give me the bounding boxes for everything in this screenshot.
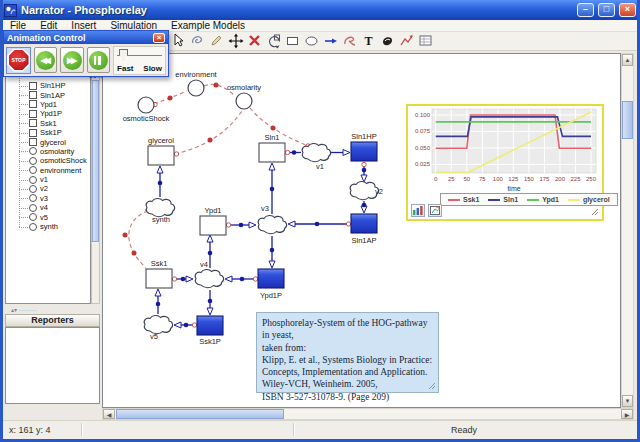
scroll-right-arrow[interactable]: ▶	[621, 409, 633, 419]
node-Ypd1[interactable]	[200, 216, 226, 235]
control-arc[interactable]	[129, 211, 148, 268]
transition-node-icon[interactable]	[29, 176, 37, 184]
control-arc-dot[interactable]	[123, 233, 128, 238]
reporters-header[interactable]: Reporters	[5, 314, 100, 327]
arc-anchor[interactable]	[226, 223, 230, 227]
control-arc-dot[interactable]	[132, 251, 137, 256]
tree-item-synth[interactable]: synth	[6, 222, 90, 231]
sidebar-splitter[interactable]: ▴▾ ·········	[5, 305, 100, 313]
checkbox-icon[interactable]	[29, 82, 37, 90]
transition-node-icon[interactable]	[29, 185, 37, 193]
delete-icon[interactable]	[247, 33, 263, 49]
dialog-title-bar[interactable]: Animation Control ×	[4, 31, 168, 44]
pointer-icon[interactable]	[171, 33, 187, 49]
arc-midpoint-dot[interactable]	[315, 222, 320, 227]
arc-anchor[interactable]	[362, 162, 366, 166]
arc-midpoint-dot[interactable]	[240, 277, 245, 282]
rotate-icon[interactable]	[266, 33, 282, 49]
arc-midpoint-dot[interactable]	[208, 299, 213, 304]
dialog-close-button[interactable]: ×	[153, 33, 165, 43]
checkbox-icon[interactable]	[29, 119, 37, 127]
checkbox-icon[interactable]	[29, 129, 37, 137]
transition-node-icon[interactable]	[29, 166, 37, 174]
tree-item-glycerol[interactable]: glycerol	[6, 137, 90, 146]
scroll-left-arrow[interactable]: ◀	[103, 409, 115, 419]
arc-midpoint-dot[interactable]	[181, 277, 186, 282]
tree-item-Ssk1[interactable]: Ssk1	[6, 119, 90, 128]
arc-midpoint-dot[interactable]	[362, 168, 367, 173]
note-resize-handle[interactable]	[428, 382, 436, 390]
pencil-icon[interactable]	[209, 33, 225, 49]
tree-item-v5[interactable]: v5	[6, 212, 90, 221]
arc-anchor[interactable]	[346, 222, 350, 226]
arc-midpoint-dot[interactable]	[362, 203, 367, 208]
text-icon[interactable]: T	[361, 33, 377, 49]
control-arc-dot[interactable]	[214, 83, 219, 88]
chart-icon[interactable]	[399, 33, 415, 49]
ink-icon[interactable]	[380, 33, 396, 49]
checkbox-icon[interactable]	[29, 138, 37, 146]
transition-node-icon[interactable]	[29, 194, 37, 202]
stop-button[interactable]: STOP	[6, 47, 31, 74]
tree-item-osmoticShock[interactable]: osmoticShock	[6, 156, 90, 165]
node-environment[interactable]	[188, 80, 204, 96]
transition-node-icon[interactable]	[29, 223, 37, 231]
pause-button[interactable]	[87, 47, 110, 73]
control-arc-dot[interactable]	[208, 138, 213, 143]
tree-scrollbar[interactable]	[91, 53, 100, 304]
species-tree[interactable]: Sln1HPSln1APYpd1Ypd1PSsk1Ssk1Pglycerolos…	[5, 53, 91, 304]
tree-item-environment[interactable]: environment	[6, 166, 90, 175]
transition-node-icon[interactable]	[29, 147, 37, 155]
animation-control-dialog[interactable]: Animation Control × STOP ◀◀ ▶▶ Fast	[3, 30, 169, 77]
arc-anchor[interactable]	[285, 150, 289, 154]
arc-midpoint-dot[interactable]	[158, 181, 163, 186]
scroll-down-arrow[interactable]: ▼	[622, 395, 633, 407]
node-Sln1AP[interactable]	[351, 214, 377, 233]
node-Ssk1P[interactable]	[197, 316, 223, 335]
node-v3[interactable]	[258, 216, 286, 234]
arc-midpoint-dot[interactable]	[208, 251, 213, 256]
tree-item-osmolarity[interactable]: osmolarity	[6, 147, 90, 156]
canvas-horizontal-scrollbar[interactable]: ◀ ▶	[102, 408, 634, 420]
checkbox-icon[interactable]	[29, 100, 37, 108]
arc-anchor[interactable]	[253, 277, 257, 281]
tree-item-Ssk1P[interactable]: Ssk1P	[6, 128, 90, 137]
node-v4[interactable]	[195, 270, 223, 288]
minimize-button[interactable]: –	[577, 3, 594, 17]
checkbox-icon[interactable]	[29, 110, 37, 118]
menu-example-models[interactable]: Example Models	[164, 20, 252, 31]
tree-item-v2[interactable]: v2	[6, 184, 90, 193]
arc-midpoint-dot[interactable]	[239, 223, 244, 228]
table-icon[interactable]	[418, 33, 434, 49]
node-Sln1HP[interactable]	[351, 142, 377, 161]
node-v1[interactable]	[302, 144, 330, 162]
horizontal-scroll-thumb[interactable]	[116, 409, 284, 419]
canvas-vertical-scrollbar[interactable]: ▲ ▼	[621, 53, 634, 408]
rewind-button[interactable]: ◀◀	[34, 47, 57, 73]
simulation-chart-panel[interactable]: 02550751001251501752002252500.0250.0500.…	[406, 104, 604, 221]
scroll-up-arrow[interactable]: ▲	[622, 54, 633, 66]
arc-anchor[interactable]	[174, 152, 178, 156]
arc-midpoint-dot[interactable]	[270, 248, 275, 253]
chart-export-button[interactable]	[411, 204, 425, 217]
transition-node-icon[interactable]	[29, 204, 37, 212]
arc-midpoint-dot[interactable]	[156, 302, 161, 307]
node-Ypd1P[interactable]	[258, 269, 284, 288]
arrow-icon[interactable]	[323, 33, 339, 49]
control-arc-dot[interactable]	[271, 126, 276, 131]
tree-item-v4[interactable]: v4	[6, 203, 90, 212]
reporters-panel[interactable]	[5, 327, 100, 404]
node-osmolarity[interactable]	[236, 93, 252, 109]
citation-note[interactable]: Phosphorelay-System of the HOG-pathway i…	[256, 312, 439, 393]
arc-anchor[interactable]	[192, 323, 196, 327]
tree-item-v3[interactable]: v3	[6, 194, 90, 203]
transition-node-icon[interactable]	[29, 157, 37, 165]
arc-midpoint-dot[interactable]	[184, 323, 189, 328]
arc-midpoint-dot[interactable]	[270, 187, 275, 192]
tree-item-Sln1HP[interactable]: Sln1HP	[6, 81, 90, 90]
control-arc-dot[interactable]	[168, 96, 173, 101]
node-osmoticShock[interactable]	[138, 97, 154, 113]
vertical-scroll-thumb[interactable]	[622, 101, 633, 139]
transition-node-icon[interactable]	[29, 213, 37, 221]
move-icon[interactable]	[228, 33, 244, 49]
